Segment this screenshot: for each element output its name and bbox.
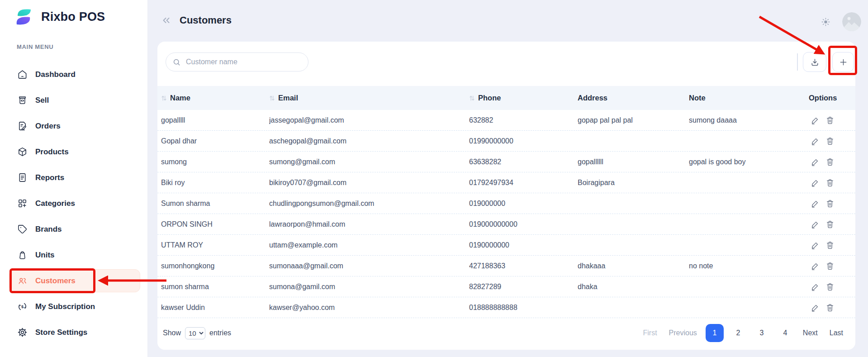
pager-page-4[interactable]: 4 <box>776 324 794 342</box>
edit-customer-button[interactable] <box>811 199 820 208</box>
cell-email: uttam@example.com <box>269 241 469 249</box>
sidebar-item-products[interactable]: Products <box>0 139 148 165</box>
toolbar-divider <box>797 53 798 71</box>
delete-customer-button[interactable] <box>825 157 835 167</box>
pencil-icon <box>811 303 820 312</box>
svg-text:$: $ <box>21 305 24 309</box>
cell-options <box>809 137 855 146</box>
cell-options <box>809 262 855 271</box>
sort-icon <box>161 95 167 101</box>
sidebar-item-customers[interactable]: Customers <box>0 268 148 294</box>
cell-phone: 63638282 <box>469 158 578 166</box>
cell-options <box>809 282 855 291</box>
pager-next[interactable]: Next <box>797 329 824 337</box>
entries-label: entries <box>209 329 231 337</box>
cell-options <box>809 178 855 187</box>
table-row: Gopal dhar aschegopal@gmail.com 01990000… <box>157 131 855 152</box>
edit-customer-button[interactable] <box>811 137 820 146</box>
pagination-bar: Show 10 entries First Previous 1 2 3 4 N… <box>163 322 849 344</box>
export-download-button[interactable] <box>803 52 826 72</box>
edit-customer-button[interactable] <box>811 116 820 125</box>
pager-page-2[interactable]: 2 <box>729 324 747 342</box>
page-size-select[interactable]: 10 <box>185 327 205 339</box>
edit-customer-button[interactable] <box>811 241 820 250</box>
cell-name: ORPON SINGH <box>161 220 269 228</box>
edit-customer-button[interactable] <box>811 282 820 291</box>
sidebar-item-categories[interactable]: Categories <box>0 190 148 216</box>
delete-customer-button[interactable] <box>825 116 835 125</box>
pager-last[interactable]: Last <box>824 329 849 337</box>
theme-toggle-sun-icon[interactable] <box>821 17 831 29</box>
sidebar-item-label: Brands <box>35 225 62 234</box>
column-label: Phone <box>478 94 501 102</box>
column-label: Note <box>689 94 706 102</box>
column-header-email[interactable]: Email <box>269 94 469 102</box>
sidebar-item-label: My Subscription <box>35 302 95 311</box>
trash-icon <box>825 282 835 291</box>
cell-name: kawser Uddin <box>161 304 269 312</box>
edit-customer-button[interactable] <box>811 157 820 167</box>
sidebar-menu: Dashboard Sell Orders Products Reports C… <box>0 62 148 345</box>
pager-page-1[interactable]: 1 <box>706 324 724 342</box>
delete-customer-button[interactable] <box>825 178 835 187</box>
user-avatar[interactable] <box>842 12 861 31</box>
pager-page-3[interactable]: 3 <box>753 324 771 342</box>
add-customer-button[interactable] <box>832 52 854 72</box>
cell-options <box>809 199 855 208</box>
edit-customer-button[interactable] <box>811 178 820 187</box>
users-group-icon <box>17 276 28 286</box>
delete-customer-button[interactable] <box>825 262 835 271</box>
delete-customer-button[interactable] <box>825 137 835 146</box>
delete-customer-button[interactable] <box>825 282 835 291</box>
sidebar-item-store-settings[interactable]: Store Settings <box>0 319 148 345</box>
pager-previous[interactable]: Previous <box>663 329 703 337</box>
customer-search <box>166 52 308 71</box>
customers-card: Name Email Phone Address Note Options <box>157 42 855 350</box>
cell-phone: 018888888888 <box>469 304 578 312</box>
delete-customer-button[interactable] <box>825 199 835 208</box>
sidebar-item-brands[interactable]: Brands <box>0 216 148 242</box>
sidebar-item-label: Units <box>35 251 55 260</box>
register-icon <box>17 95 28 105</box>
sidebar-section-label: MAIN MENU <box>17 43 53 50</box>
table-row: sumonhongkong sumonaaa@gmail.com 4271883… <box>157 256 855 276</box>
cell-note: no note <box>689 262 809 270</box>
page-title: Customers <box>180 14 232 26</box>
column-label: Name <box>170 94 190 102</box>
page-size-control: Show 10 entries <box>163 327 231 339</box>
sidebar-item-orders[interactable]: Orders <box>0 113 148 139</box>
tag-icon <box>17 224 28 234</box>
cell-address: gopallllll <box>578 158 689 166</box>
sidebar-item-my-subscription[interactable]: $ My Subscription <box>0 294 148 319</box>
cell-name: sumong <box>161 158 269 166</box>
gear-icon <box>17 327 28 338</box>
delete-customer-button[interactable] <box>825 220 835 229</box>
column-header-phone[interactable]: Phone <box>469 94 578 102</box>
customer-search-input[interactable] <box>186 58 302 66</box>
sidebar-item-dashboard[interactable]: Dashboard <box>0 62 148 87</box>
column-label: Address <box>578 94 607 102</box>
pager-first[interactable]: First <box>637 329 663 337</box>
edit-customer-button[interactable] <box>811 220 820 229</box>
edit-customer-button[interactable] <box>811 262 820 271</box>
pencil-icon <box>811 116 820 125</box>
sidebar-item-units[interactable]: Units <box>0 242 148 268</box>
column-header-name[interactable]: Name <box>161 94 269 102</box>
collapse-sidebar-icon[interactable] <box>161 15 171 28</box>
cell-note: sumong daaaa <box>689 116 809 124</box>
delete-customer-button[interactable] <box>825 303 835 312</box>
cell-phone: 01990000000 <box>469 137 578 145</box>
cell-name: Gopal dhar <box>161 137 269 145</box>
cell-name: sumon sharma <box>161 283 269 291</box>
cell-email: bikiroy0707@gmail.com <box>269 179 469 187</box>
sidebar-item-sell[interactable]: Sell <box>0 87 148 113</box>
sidebar-item-reports[interactable]: Reports <box>0 165 148 190</box>
edit-customer-button[interactable] <box>811 303 820 312</box>
table-row: ORPON SINGH lawraorpon@hmail.com 0190000… <box>157 214 855 235</box>
pencil-icon <box>811 220 820 229</box>
cell-phone: 019000000000 <box>469 220 578 228</box>
cell-email: sumong@gmail.com <box>269 158 469 166</box>
pencil-icon <box>811 241 820 250</box>
delete-customer-button[interactable] <box>825 241 835 250</box>
table-row: sumong sumong@gmail.com 63638282 gopalll… <box>157 152 855 172</box>
